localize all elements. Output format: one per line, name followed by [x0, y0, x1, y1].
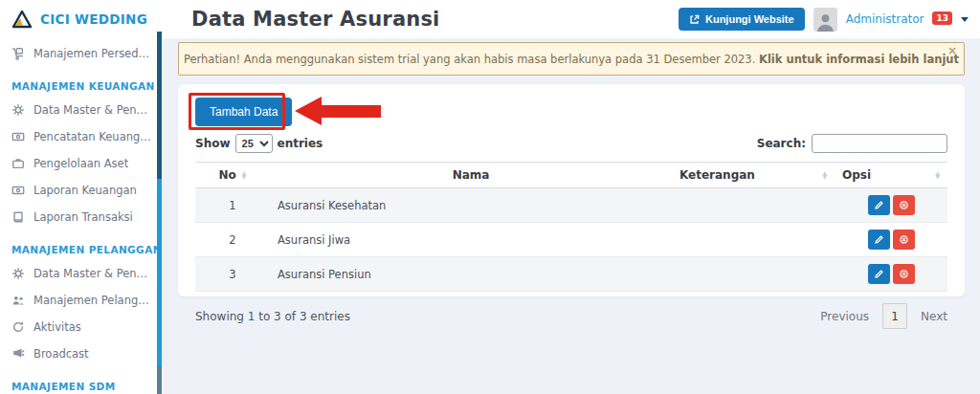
circle-x-icon — [899, 234, 909, 245]
cell-nama: Asuransi Pensiun — [270, 257, 672, 292]
sidebar-item-label: Pengelolaan Aset — [33, 157, 128, 170]
sidebar-item-manajemen-pelanggan[interactable]: Manajemen Pelanggan — [0, 287, 163, 314]
sidebar: CICI WEDDING Manajemen Persediaan MANAJE… — [0, 0, 163, 394]
brand-name: CICI WEDDING — [40, 11, 147, 27]
search-input[interactable] — [812, 134, 947, 153]
page-title: Data Master Asuransi — [191, 8, 440, 31]
alert-link[interactable]: Klik untuk informasi lebih lanjut — [759, 53, 959, 66]
close-icon[interactable]: × — [947, 45, 957, 56]
circle-x-icon — [899, 200, 909, 210]
delete-button[interactable] — [893, 230, 915, 250]
column-header-no[interactable]: No▲▼ — [195, 163, 270, 188]
alert-text: Perhatian! Anda menggunakan sistem trial… — [184, 53, 759, 66]
cell-nama: Asuransi Jiwa — [270, 223, 672, 257]
sidebar-item-manajemen-persediaan[interactable]: Manajemen Persediaan — [0, 40, 163, 67]
admin-username[interactable]: Administrator — [846, 12, 924, 26]
sidebar-item-label: Broadcast — [33, 347, 89, 361]
sidebar-item-laporan-keuangan[interactable]: Laporan Keuangan — [0, 177, 163, 204]
show-label: Show — [195, 137, 231, 150]
sidebar-item-label: Data Master & Pengaturan — [33, 267, 151, 280]
column-header-keterangan[interactable]: Keterangan▲▼ — [672, 163, 835, 188]
data-table-card: Tambah Data Show 25 entries Search: — [178, 84, 965, 296]
sort-icon: ▲▼ — [822, 171, 827, 179]
pagination-next[interactable]: Next — [921, 310, 947, 323]
sidebar-item-label: Laporan Transaksi — [33, 210, 133, 224]
sidebar-scrollbar-thumb[interactable] — [157, 32, 162, 179]
pencil-icon — [874, 200, 884, 210]
top-navbar: Data Master Asuransi Kunjungi Website Ad… — [163, 0, 980, 38]
notification-badge: 13 — [932, 11, 952, 25]
delete-button[interactable] — [893, 264, 915, 284]
brand[interactable]: CICI WEDDING — [0, 0, 163, 40]
sidebar-section-pelanggan: MANAJEMEN PELANGGAN — [0, 230, 163, 260]
asuransi-table: No▲▼ Nama Keterangan▲▼ Opsi▲▼ 1 Asu — [195, 162, 947, 292]
brand-logo-icon — [11, 10, 33, 29]
sidebar-item-pengelolaan-aset[interactable]: Pengelolaan Aset — [0, 150, 163, 177]
table-info: Showing 1 to 3 of 3 entries — [195, 310, 350, 323]
column-header-nama[interactable]: Nama — [270, 163, 672, 188]
sync-icon — [11, 320, 25, 334]
sidebar-item-label: Manajemen Pelanggan — [33, 294, 151, 307]
tambah-data-button[interactable]: Tambah Data — [195, 98, 292, 126]
sidebar-item-laporan-transaksi[interactable]: Laporan Transaksi — [0, 204, 163, 230]
sidebar-section-sdm: MANAJEMEN SDM — [0, 367, 163, 394]
pagination-page-1[interactable]: 1 — [882, 303, 907, 329]
cell-no: 1 — [195, 188, 270, 223]
edit-button[interactable] — [868, 230, 890, 250]
visit-website-label: Kunjungi Website — [705, 13, 794, 25]
money-bill-icon — [11, 184, 25, 197]
sidebar-item-label: Data Master & Pengaturan — [33, 103, 151, 117]
main-area: Data Master Asuransi Kunjungi Website Ad… — [163, 0, 980, 394]
users-icon — [11, 294, 25, 307]
cell-keterangan — [672, 188, 835, 223]
edit-button[interactable] — [868, 195, 890, 215]
sort-icon: ▲▼ — [935, 171, 940, 179]
sidebar-item-broadcast[interactable]: Broadcast — [0, 340, 163, 367]
sidebar-item-data-master-pelanggan[interactable]: Data Master & Pengaturan — [0, 260, 163, 287]
sidebar-item-aktivitas[interactable]: Aktivitas — [0, 314, 163, 340]
chevron-down-icon[interactable] — [961, 17, 969, 22]
sort-icon: ▲▼ — [242, 171, 247, 179]
pagination-previous[interactable]: Previous — [820, 310, 869, 323]
cell-keterangan — [672, 223, 835, 257]
megaphone-icon — [11, 347, 25, 361]
sidebar-scrollbar-tail — [157, 365, 162, 394]
cell-keterangan — [672, 257, 835, 292]
sidebar-item-label: Laporan Keuangan — [33, 184, 137, 197]
edit-button[interactable] — [868, 264, 890, 284]
cell-no: 3 — [195, 257, 270, 292]
trial-alert: Perhatian! Anda menggunakan sistem trial… — [178, 42, 965, 76]
annotation-arrow — [295, 97, 387, 125]
money-bill-icon — [11, 130, 25, 143]
sidebar-section-keuangan: MANAJEMEN KEUANGAN — [0, 67, 163, 97]
sidebar-item-pencatatan-keuangan[interactable]: Pencatatan Keuangan — [0, 123, 163, 150]
sidebar-scrollbar[interactable] — [157, 32, 162, 394]
dolly-icon — [11, 47, 25, 60]
briefcase-icon — [11, 157, 25, 170]
cell-no: 2 — [195, 223, 270, 257]
circle-x-icon — [899, 269, 909, 279]
cell-nama: Asuransi Kesehatan — [270, 188, 672, 223]
table-row: 2 Asuransi Jiwa — [195, 223, 947, 257]
table-row: 3 Asuransi Pensiun — [195, 257, 947, 292]
entries-label: entries — [278, 137, 323, 150]
avatar[interactable] — [813, 8, 837, 32]
external-link-icon — [689, 14, 700, 25]
user-silhouette-icon — [815, 11, 835, 32]
delete-button[interactable] — [893, 195, 915, 215]
book-icon — [11, 210, 25, 224]
column-header-opsi[interactable]: Opsi▲▼ — [835, 163, 947, 188]
gear-icon — [11, 267, 25, 280]
pencil-icon — [874, 269, 884, 279]
page-length-select[interactable]: 25 — [235, 134, 273, 153]
sidebar-item-data-master-keuangan[interactable]: Data Master & Pengaturan — [0, 97, 163, 123]
sidebar-item-label: Aktivitas — [33, 320, 81, 334]
search-label: Search: — [757, 137, 806, 150]
gear-icon — [11, 103, 25, 117]
sidebar-item-label: Manajemen Persediaan — [33, 47, 151, 60]
sidebar-item-label: Pencatatan Keuangan — [33, 130, 151, 143]
visit-website-button[interactable]: Kunjungi Website — [679, 8, 805, 31]
table-row: 1 Asuransi Kesehatan — [195, 188, 947, 223]
pencil-icon — [874, 234, 884, 245]
